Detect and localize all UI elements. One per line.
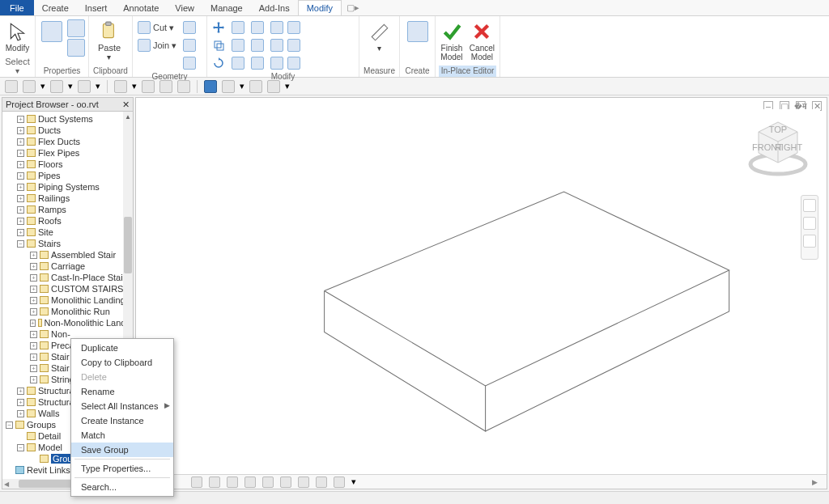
menu-item[interactable]: Match (71, 428, 173, 443)
tab-insert[interactable]: Insert (77, 0, 116, 15)
qat-save-icon[interactable] (23, 80, 36, 93)
mod-icon-c[interactable] (270, 39, 283, 52)
mod-icon-d[interactable] (287, 39, 300, 52)
menu-item[interactable]: Select All Instances▶ (71, 399, 173, 413)
tree-node[interactable]: Floors (2, 159, 133, 170)
tab-file[interactable]: File (0, 0, 34, 15)
menu-item[interactable]: Search... (71, 480, 173, 494)
tree-node[interactable]: Piping Systems (2, 181, 133, 193)
tree-node[interactable]: Stairs (2, 238, 133, 249)
tab-view[interactable]: View (167, 0, 202, 15)
tree-node[interactable]: Duct Systems (2, 113, 133, 125)
split-icon[interactable] (251, 39, 264, 52)
rotate-icon[interactable] (210, 55, 227, 71)
tree-node[interactable]: Monolithic Landing (2, 294, 133, 306)
move-icon[interactable] (210, 19, 227, 36)
geom-icon3[interactable] (181, 55, 198, 71)
copy-icon[interactable] (210, 37, 227, 53)
qat-icon10[interactable] (249, 80, 262, 93)
offset-icon[interactable] (232, 57, 244, 70)
measure-button[interactable]: ▾ (363, 19, 396, 53)
paste-button[interactable]: Paste▾ (92, 19, 126, 61)
vb-icon9[interactable] (334, 476, 345, 488)
vb-icon1[interactable] (191, 476, 202, 488)
tab-manage[interactable]: Manage (202, 0, 251, 15)
close-icon[interactable]: ✕ (121, 100, 130, 108)
tree-node[interactable]: Ducts (2, 125, 133, 136)
prop-icon2[interactable] (67, 39, 85, 57)
qat-undo-icon[interactable] (50, 80, 63, 93)
tree-node[interactable]: Site (2, 227, 133, 238)
qat-icon11[interactable] (267, 80, 280, 93)
vb-crop-icon[interactable] (316, 476, 327, 488)
vb-sunpath-icon[interactable] (244, 476, 256, 488)
tree-node[interactable]: Flex Pipes (2, 147, 133, 159)
qat-redo-icon[interactable] (78, 80, 91, 93)
cut-button[interactable]: Cut ▾ (136, 19, 178, 36)
vb-icon6[interactable] (280, 476, 291, 488)
vb-shadows-icon[interactable] (262, 476, 274, 488)
align-icon[interactable] (232, 21, 244, 34)
tab-annotate[interactable]: Annotate (115, 0, 167, 15)
qat-icon9[interactable] (222, 80, 235, 93)
tree-node[interactable]: Flex Ducts (2, 136, 133, 147)
tree-node[interactable]: Railings (2, 193, 133, 204)
svg-rect-2 (215, 41, 221, 48)
qat-icon5[interactable] (142, 80, 155, 93)
tree-node[interactable]: Ramps (2, 204, 133, 215)
menu-item[interactable]: Rename (71, 384, 173, 399)
nav-pan-icon[interactable] (803, 217, 816, 230)
mod-icon-f[interactable] (287, 57, 300, 70)
qat-icon[interactable] (5, 80, 18, 93)
nav-wheel-icon[interactable] (803, 199, 816, 212)
menu-item[interactable]: Type Properties... (71, 461, 173, 476)
group-inplace-label: In-Place Editor (439, 66, 496, 77)
select-tool[interactable]: Modify (3, 19, 32, 53)
3d-viewport[interactable]: – ▢ �म ✕ TOP FRONT RIGHT (135, 97, 827, 489)
geom-icon2[interactable] (181, 37, 198, 53)
tree-node[interactable]: Pipes (2, 170, 133, 181)
play-icon[interactable]: ▢▸ (342, 0, 364, 15)
tree-node[interactable]: Assembled Stair (2, 249, 133, 260)
menu-item[interactable]: Create Instance (71, 413, 173, 428)
menu-item[interactable]: Duplicate (71, 341, 173, 355)
mirror-icon[interactable] (232, 39, 244, 52)
tree-node[interactable]: Carriage (2, 260, 133, 272)
qat-icon6[interactable] (159, 80, 172, 93)
tab-addins[interactable]: Add-Ins (251, 0, 298, 15)
cancel-model-button[interactable]: Cancel Model (468, 19, 496, 61)
join-button[interactable]: Join ▾ (136, 37, 178, 53)
project-browser-title[interactable]: Project Browser - oo.rvt ✕ (2, 98, 133, 112)
finish-model-button[interactable]: Finish Model (439, 19, 465, 61)
vb-icon7[interactable] (298, 476, 309, 488)
create-button[interactable]: x (403, 19, 432, 53)
tab-create[interactable]: Create (34, 0, 77, 15)
tree-node[interactable]: Non-Monolithic Landin (2, 317, 133, 328)
tree-node[interactable]: Monolithic Run (2, 306, 133, 317)
vb-icon2[interactable] (209, 476, 220, 488)
tree-node[interactable]: Roofs (2, 215, 133, 227)
trim-icon[interactable] (251, 21, 264, 34)
vb-icon3[interactable] (227, 476, 238, 488)
array-icon[interactable] (251, 57, 264, 70)
menu-item[interactable]: Save Group (71, 443, 173, 457)
mod-icon-b[interactable] (287, 21, 300, 34)
tree-node[interactable]: CUSTOM STAIRS (2, 283, 133, 294)
tab-modify[interactable]: Modify (298, 0, 342, 15)
nav-zoom-icon[interactable] (803, 235, 816, 248)
pin-icon[interactable] (270, 21, 283, 34)
navigation-bar[interactable] (801, 195, 818, 260)
group-clipboard-label: Clipboard (92, 66, 129, 77)
qat-print-icon[interactable] (114, 80, 127, 93)
cope-icon[interactable] (181, 19, 198, 36)
properties-button[interactable]: x (39, 19, 64, 53)
scale-icon[interactable] (270, 57, 283, 70)
qat-thin-lines-icon[interactable] (204, 80, 217, 93)
model-canvas[interactable] (142, 109, 820, 472)
type-selector-icon[interactable] (67, 19, 85, 37)
qat-icon7[interactable] (177, 80, 190, 93)
svg-text:TOP: TOP (769, 125, 787, 134)
view-cube[interactable]: TOP FRONT RIGHT (746, 114, 810, 179)
menu-item[interactable]: Copy to Clipboard (71, 355, 173, 370)
tree-node[interactable]: Cast-In-Place Stair (2, 272, 133, 283)
